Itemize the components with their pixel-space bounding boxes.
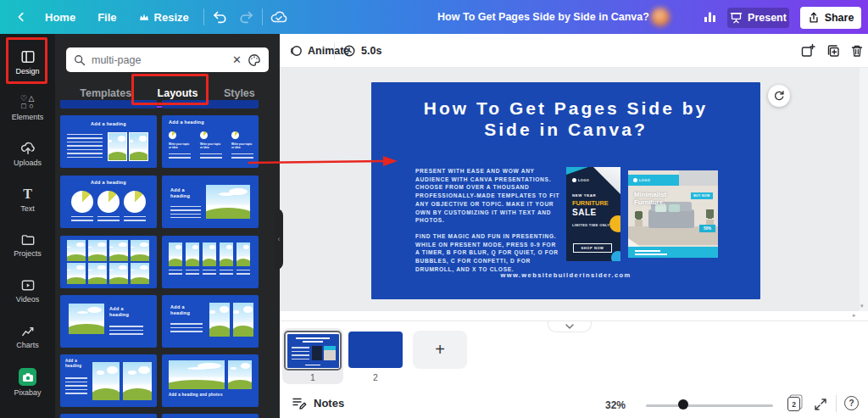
undo-button[interactable] bbox=[208, 0, 233, 34]
template-thumb-partial[interactable] bbox=[162, 100, 259, 109]
present-label: Present bbox=[748, 12, 787, 24]
template-thumb[interactable]: Add a heading bbox=[60, 176, 157, 228]
duplicate-page-button[interactable] bbox=[826, 34, 841, 68]
design-icon bbox=[19, 49, 36, 64]
sidebar-item-pixabay[interactable]: Pixabay bbox=[0, 359, 55, 405]
sidebar-item-videos[interactable]: Videos bbox=[0, 268, 55, 314]
slide-title-line1: How To Get Pages Side by bbox=[371, 98, 760, 119]
circle-placeholder bbox=[200, 131, 208, 139]
sidebar-item-text[interactable]: T Text bbox=[0, 176, 55, 222]
sidebar-item-charts[interactable]: Charts bbox=[0, 314, 55, 359]
template-thumb[interactable]: Add a heading and photos bbox=[162, 354, 259, 407]
rotate-icon bbox=[773, 90, 785, 102]
sidebar-item-uploads[interactable]: Uploads bbox=[0, 131, 55, 176]
slide-page-1[interactable]: How To Get Pages Side by Side in Canva? … bbox=[371, 82, 760, 299]
sidebar-item-projects[interactable]: Projects bbox=[0, 222, 55, 268]
insights-button[interactable] bbox=[700, 8, 719, 25]
page-2-thumbnail[interactable] bbox=[348, 332, 403, 368]
template-thumb-partial[interactable] bbox=[60, 100, 157, 109]
add-page-tile[interactable]: + bbox=[413, 331, 467, 369]
template-thumb[interactable]: Add a heading bbox=[60, 354, 157, 407]
avatar[interactable] bbox=[651, 8, 670, 26]
template-thumb[interactable]: Add a heading bbox=[60, 295, 157, 348]
template-heading: Add a heading bbox=[170, 304, 203, 316]
photo-placeholder bbox=[206, 185, 250, 219]
placeholder-lines bbox=[170, 323, 203, 335]
template-thumb-partial[interactable] bbox=[162, 414, 259, 418]
clear-search-icon[interactable]: ✕ bbox=[232, 54, 242, 65]
zoom-level[interactable]: 32% bbox=[605, 399, 626, 411]
photo-placeholder bbox=[108, 132, 127, 161]
grid-view-button[interactable]: 2 bbox=[787, 397, 800, 411]
help-button[interactable]: ? bbox=[844, 396, 859, 410]
search-box: ✕ bbox=[66, 47, 269, 72]
delete-page-button[interactable] bbox=[850, 34, 864, 68]
panel-collapse-handle[interactable]: ‹ bbox=[275, 209, 283, 270]
home-menu[interactable]: Home bbox=[34, 0, 86, 34]
sidebar-item-design[interactable]: Design bbox=[0, 39, 55, 85]
back-button[interactable] bbox=[8, 0, 34, 34]
slide-website-url[interactable]: www.websitebuilderinsider.com bbox=[371, 271, 760, 279]
collapse-pages-handle[interactable] bbox=[548, 321, 592, 332]
cloud-check-icon bbox=[270, 10, 287, 24]
ad-kicker: NEW YEAR bbox=[572, 193, 596, 198]
search-input[interactable] bbox=[92, 54, 226, 66]
resize-menu[interactable]: Resize bbox=[128, 0, 200, 34]
slide-body-text[interactable]: PRESENT WITH EASE AND WOW ANY AUDIENCE W… bbox=[415, 167, 561, 273]
photo-placeholder bbox=[88, 263, 107, 284]
resize-label: Resize bbox=[154, 11, 189, 24]
template-thumb[interactable] bbox=[162, 236, 259, 288]
page-1-number: 1 bbox=[282, 372, 343, 382]
share-button[interactable]: Share bbox=[800, 7, 861, 29]
toolbar-divider bbox=[203, 8, 204, 25]
save-status-button[interactable] bbox=[266, 0, 292, 34]
topic-text: Write your topic or idea bbox=[200, 142, 222, 149]
template-thumb[interactable]: Add a heading bbox=[60, 115, 157, 168]
file-menu[interactable]: File bbox=[86, 0, 127, 34]
undo-icon bbox=[213, 10, 228, 24]
scroll-down-arrow[interactable]: ▾ bbox=[860, 303, 864, 309]
mini-title-line bbox=[303, 341, 323, 343]
template-thumb[interactable] bbox=[60, 236, 157, 288]
notes-icon bbox=[292, 396, 307, 410]
duplicate-page-icon bbox=[826, 43, 841, 59]
home-label: Home bbox=[45, 11, 75, 24]
present-button[interactable]: Present bbox=[727, 8, 789, 28]
template-thumb[interactable]: Add a heading bbox=[162, 295, 259, 348]
fullscreen-button[interactable] bbox=[814, 398, 827, 415]
add-page-button[interactable] bbox=[800, 34, 815, 68]
regenerate-button[interactable] bbox=[768, 85, 790, 107]
toolbar-divider bbox=[334, 42, 335, 59]
design-title[interactable]: How To Get Pages Side by Side in Canva? bbox=[437, 0, 649, 34]
page-1-thumbnail[interactable]: 1 bbox=[282, 328, 343, 384]
photo-placeholder bbox=[67, 263, 86, 284]
template-heading: Add a heading bbox=[60, 121, 157, 127]
placeholder-lines bbox=[220, 270, 233, 276]
duration-label: 5.0s bbox=[361, 45, 381, 57]
ad-word-furniture: FURNITURE bbox=[572, 199, 609, 207]
template-thumb[interactable]: Add a heading bbox=[162, 176, 259, 228]
notes-button[interactable]: Notes bbox=[292, 396, 344, 410]
blue-circle-accent bbox=[611, 251, 620, 261]
share-icon bbox=[808, 12, 820, 24]
vertical-scrollbar[interactable]: ▾ bbox=[860, 68, 868, 311]
template-thumb-partial[interactable] bbox=[60, 414, 157, 418]
photo-placeholder bbox=[186, 242, 199, 266]
page-1-preview bbox=[284, 331, 342, 371]
design-panel: ✕ Templates Layouts Styles Add a heading… bbox=[55, 34, 280, 418]
zoom-slider-track[interactable] bbox=[646, 404, 773, 407]
circle-placeholder bbox=[169, 131, 176, 139]
elements-icon: ♡△□○ bbox=[20, 95, 36, 110]
slide-title[interactable]: How To Get Pages Side by Side in Canva? bbox=[371, 98, 760, 140]
duration-button[interactable]: 5.0s bbox=[342, 34, 381, 68]
zoom-slider-handle[interactable] bbox=[678, 399, 688, 410]
template-heading: Add a heading bbox=[65, 359, 89, 368]
style-filter-icon[interactable] bbox=[248, 53, 261, 67]
redo-button[interactable] bbox=[233, 0, 259, 34]
furniture-sale-image[interactable]: LOGO NEW YEAR FURNITURE SALE LIMITED TIM… bbox=[566, 167, 620, 261]
scroll-right-arrow[interactable]: ▸ bbox=[853, 312, 856, 319]
sidebar-item-elements[interactable]: ♡△□○ Elements bbox=[0, 85, 55, 131]
template-thumb[interactable]: Add a heading Write your topic or idea W… bbox=[162, 115, 259, 168]
minimalist-furniture-image[interactable]: LOGO Minimalist Furniture. BUY NOW 50% bbox=[628, 170, 718, 258]
animate-button[interactable]: Animate bbox=[288, 34, 349, 68]
